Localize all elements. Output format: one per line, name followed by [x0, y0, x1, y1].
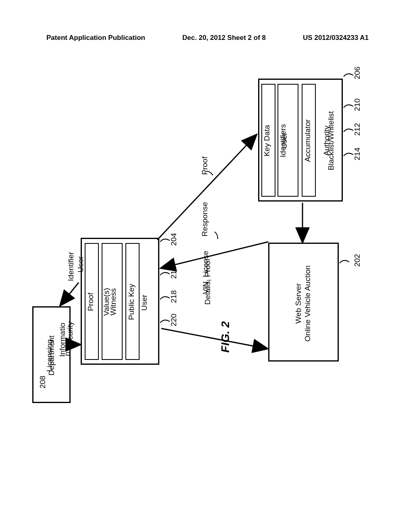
edge-sec-3: n — [63, 352, 72, 356]
identifiers-label-2: Identifiers — [279, 124, 288, 157]
keydata-ref: 214 — [353, 148, 362, 160]
witness-ref: 218 — [169, 290, 178, 303]
pubkey-label: Public Key — [127, 284, 136, 320]
accumulator-box: Accumulator — [302, 84, 316, 197]
svg-line-4 — [60, 283, 79, 305]
figure-diagram: Blacklist/Whitelist Authority Accumulato… — [44, 54, 363, 405]
figure-caption: FIG. 2 — [219, 321, 232, 353]
witness-label-2: Value(s) — [102, 288, 111, 316]
page-header: Patent Application Publication Dec. 20, … — [0, 34, 413, 42]
header-center: Dec. 20, 2012 Sheet 2 of 8 — [182, 34, 266, 42]
edge-vin-2: Details, Proof — [203, 259, 212, 305]
identifiers-ref: 212 — [353, 123, 362, 136]
authority-box: Blacklist/Whitelist Authority Accumulato… — [258, 79, 343, 202]
keydata-box: Key Data — [261, 84, 275, 197]
authority-ref: 206 — [353, 66, 362, 79]
pubkey-ref: 216 — [169, 266, 178, 279]
licensing-title-2: Department — [47, 335, 56, 375]
user-box: User Public Key Witness Value(s) Proof — [81, 238, 159, 365]
header-right: US 2012/0324233 A1 — [303, 34, 369, 42]
proof-box: Proof — [85, 243, 99, 360]
edge-response-label: Response — [200, 202, 209, 237]
user-title: User — [140, 295, 149, 311]
authority-title-2: Authority — [322, 126, 331, 156]
server-ref: 202 — [353, 254, 362, 267]
proof-label: Proof — [86, 293, 95, 311]
proof-ref: 220 — [169, 314, 178, 326]
keydata-label: Key Data — [263, 125, 271, 156]
accumulator-ref: 210 — [353, 98, 362, 111]
user-ref: 204 — [169, 233, 178, 246]
licensing-ref: 208 — [38, 376, 47, 389]
witness-box: Witness Value(s) — [102, 243, 123, 360]
server-title-1: Online Vehicle Auction — [303, 265, 312, 341]
server-title-2: Web Server — [294, 283, 303, 324]
edge-sec-1: Security — [66, 322, 75, 349]
accumulator-label: Accumulator — [303, 119, 312, 162]
server-box: Online Vehicle Auction Web Server — [268, 243, 339, 362]
edge-userid-2: Identifier — [67, 252, 75, 281]
svg-line-3 — [161, 328, 267, 349]
header-left: Patent Application Publication — [46, 34, 145, 42]
edge-userid-1: User — [76, 256, 85, 272]
edge-proof-label: Proof — [200, 156, 209, 175]
identifiers-box: User Identifiers — [277, 84, 298, 197]
pubkey-box: Public Key — [125, 243, 140, 360]
